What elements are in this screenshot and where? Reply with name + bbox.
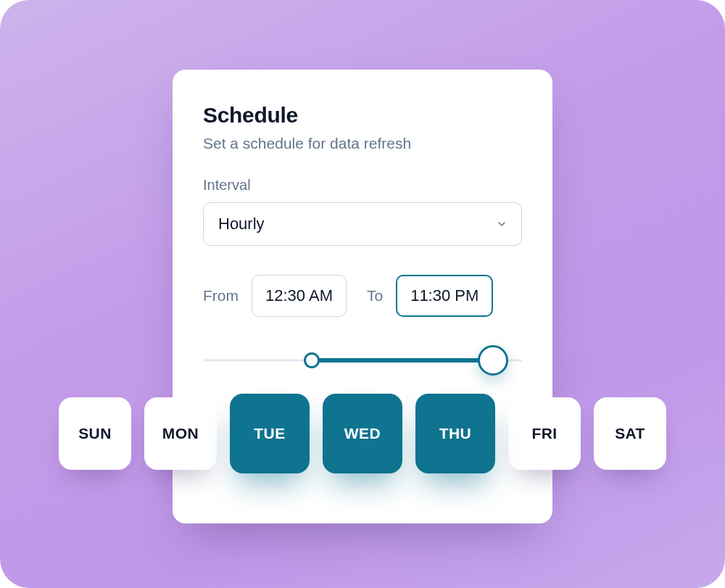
day-label: SAT	[615, 425, 645, 442]
time-range-row: From 12:30 AM To 11:30 PM	[203, 275, 522, 317]
day-label: WED	[344, 425, 381, 442]
day-fri[interactable]: FRI	[508, 397, 581, 470]
to-label: To	[367, 287, 383, 305]
interval-label: Interval	[203, 177, 522, 194]
day-tue[interactable]: TUE	[230, 394, 310, 473]
to-time-input[interactable]: 11:30 PM	[396, 275, 493, 317]
time-range-slider[interactable]	[203, 346, 522, 375]
slider-handle-end[interactable]	[478, 345, 508, 376]
slider-track-fill	[312, 358, 494, 363]
app-backdrop: Schedule Set a schedule for data refresh…	[0, 0, 725, 588]
from-time-input[interactable]: 12:30 AM	[252, 275, 347, 317]
to-time-value: 11:30 PM	[410, 286, 478, 305]
day-label: FRI	[531, 425, 557, 442]
card-subtitle: Set a schedule for data refresh	[203, 135, 522, 152]
day-thu[interactable]: THU	[415, 394, 495, 473]
card-title: Schedule	[203, 103, 522, 128]
interval-select[interactable]: Hourly	[203, 202, 522, 246]
day-label: THU	[439, 425, 471, 442]
interval-value: Hourly	[218, 215, 265, 233]
from-label: From	[203, 287, 239, 305]
day-label: SUN	[78, 425, 112, 442]
day-label: MON	[162, 425, 199, 442]
day-sun[interactable]: SUN	[59, 397, 131, 470]
day-wed[interactable]: WED	[323, 394, 402, 473]
day-mon[interactable]: MON	[144, 397, 217, 470]
from-time-value: 12:30 AM	[265, 286, 333, 305]
day-sat[interactable]: SAT	[594, 397, 666, 470]
day-picker: SUN MON TUE WED THU FRI SAT	[59, 397, 666, 477]
day-label: TUE	[254, 425, 285, 442]
chevron-down-icon	[497, 219, 507, 229]
slider-handle-start[interactable]	[304, 352, 320, 368]
